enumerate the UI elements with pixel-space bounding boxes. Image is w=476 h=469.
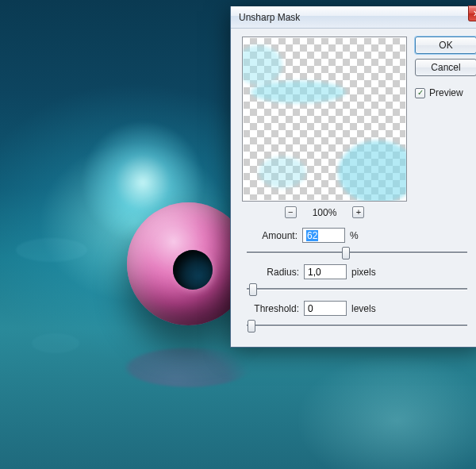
- amount-unit: %: [350, 230, 359, 241]
- preview-image[interactable]: [242, 37, 407, 202]
- amount-slider[interactable]: [247, 245, 467, 259]
- preview-ink: [338, 140, 407, 202]
- slider-track: [247, 325, 467, 326]
- preview-ink: [251, 81, 346, 103]
- slider-track: [247, 288, 467, 290]
- amount-slider-thumb[interactable]: [342, 247, 350, 259]
- radius-input[interactable]: 1,0: [304, 264, 347, 279]
- close-button[interactable]: ✕: [468, 6, 476, 21]
- amount-value: 62: [306, 230, 318, 241]
- background-splatter: [32, 333, 79, 353]
- radius-slider-thumb[interactable]: [249, 283, 257, 296]
- preview-ink: [259, 156, 306, 188]
- radius-value: 1,0: [308, 267, 321, 278]
- check-icon: ✓: [417, 89, 424, 97]
- slider-track: [247, 252, 467, 253]
- threshold-unit: levels: [351, 303, 376, 314]
- dialog-title: Unsharp Mask: [239, 12, 476, 23]
- threshold-value: 0: [308, 303, 313, 314]
- radius-slider[interactable]: [247, 282, 467, 296]
- threshold-slider-thumb[interactable]: [248, 320, 255, 333]
- cancel-button[interactable]: Cancel: [415, 59, 476, 76]
- amount-input[interactable]: 62: [302, 228, 345, 243]
- ok-button[interactable]: OK: [415, 37, 476, 54]
- unsharp-mask-dialog: Unsharp Mask ✕ − 100% + OK Cancel: [230, 6, 476, 348]
- zoom-in-button[interactable]: +: [352, 206, 364, 218]
- zoom-percent-label: 100%: [313, 207, 337, 218]
- amount-label: Amount:: [242, 230, 298, 241]
- threshold-input[interactable]: 0: [304, 301, 347, 316]
- background-splatter: [16, 238, 87, 262]
- preview-checkbox[interactable]: ✓: [415, 88, 425, 98]
- close-icon: ✕: [473, 9, 477, 19]
- dialog-titlebar[interactable]: Unsharp Mask ✕: [231, 6, 476, 29]
- preview-ink: [242, 45, 282, 85]
- cancel-button-label: Cancel: [431, 62, 460, 73]
- ok-button-label: OK: [439, 40, 452, 51]
- plus-icon: +: [356, 208, 361, 217]
- zoom-controls: − 100% +: [242, 206, 407, 218]
- radius-label: Radius:: [242, 267, 299, 278]
- radius-unit: pixels: [351, 267, 376, 278]
- threshold-slider[interactable]: [247, 318, 467, 333]
- preview-checkbox-label: Preview: [429, 87, 463, 98]
- torus-reflection: [127, 348, 250, 387]
- zoom-out-button[interactable]: −: [285, 206, 297, 218]
- threshold-label: Threshold:: [242, 303, 299, 314]
- minus-icon: −: [288, 208, 293, 217]
